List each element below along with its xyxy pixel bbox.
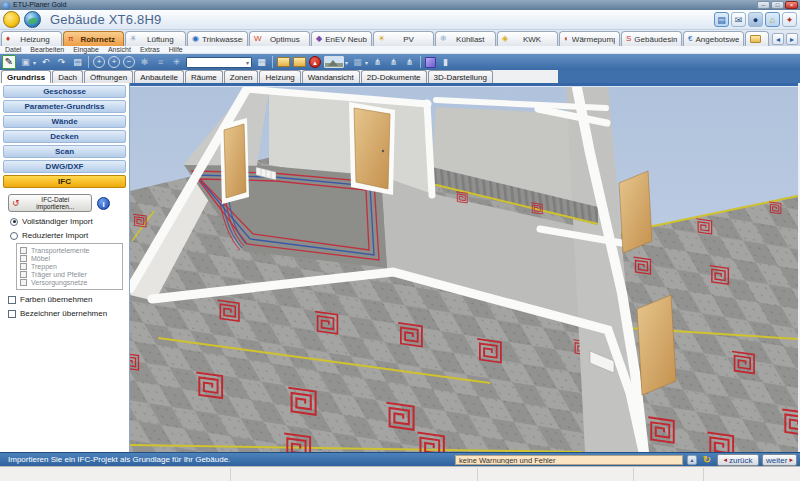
checkbox[interactable] [8,310,16,318]
module-tab-gebaeudesimulation[interactable]: SGebäudesimulation [621,31,682,46]
module-tab-kwk[interactable]: ◈KWK [497,31,558,46]
module-tab-angebotswesen[interactable]: €Angebotswesen [683,31,744,46]
spray-tool-button[interactable]: ▮ [439,56,452,69]
tab-anbauteile[interactable]: Anbauteile [134,70,184,83]
tab-dach[interactable]: Dach [52,70,83,83]
web-icon[interactable]: ● [748,12,763,27]
module-tab-heizung[interactable]: ♦Heizung [1,31,62,46]
menu-eingabe[interactable]: Eingabe [73,46,99,54]
tab-scroll-left-button[interactable]: ◂ [772,33,784,45]
cube-3d-button[interactable] [425,57,436,68]
collapse-button[interactable]: ▴ [687,455,697,465]
trinkwasser-icon: ◉ [192,35,199,43]
module-tab-more[interactable] [745,31,769,46]
checkbox-farben-uebernehmen[interactable]: Farben übernehmen [8,295,129,304]
checkbox-bezeichner-uebernehmen[interactable]: Bezeichner übernehmen [8,309,129,318]
sidebar-item-dwg-dxf[interactable]: DWG/DXF [3,160,126,173]
radio-button-off[interactable] [10,232,18,240]
back-button[interactable]: ◂ zurück [717,454,759,466]
projects-icon[interactable]: ▤ [714,12,729,27]
ifc-import-button[interactable]: ↺ IFC-Datei importieren... [8,194,92,212]
radio-reduzierter-import[interactable]: Reduzierter Import [10,231,129,240]
home-icon[interactable]: ⌂ [765,12,780,27]
module-tab-rohrnetz[interactable]: πRohrnetz [63,31,124,46]
draw-pencil-tool[interactable]: ✎ [2,55,16,69]
tab-oeffnungen[interactable]: Öffnungen [84,70,133,83]
main-content: Geschosse Parameter-Grundriss Wände Deck… [0,83,800,452]
table-grid-button[interactable]: ▦ [255,56,268,69]
checkbox-moebel: Möbel [20,255,119,262]
menu-bearbeiten[interactable]: Bearbeiten [30,46,64,54]
tab-raeume[interactable]: Räume [185,70,223,83]
sidebar-item-decken[interactable]: Decken [3,130,126,143]
viewport-3d[interactable] [130,83,798,452]
radio-button-on[interactable] [10,218,18,226]
tools-dropdown-icon[interactable]: ▾ [365,59,368,66]
pipe-tool-3[interactable]: ⋔ [403,56,416,69]
tools-icon[interactable]: ✦ [782,12,797,27]
module-tab-lueftung[interactable]: ✳Lüftung [125,31,186,46]
menu-ansicht[interactable]: Ansicht [108,46,131,54]
layers-icon[interactable]: ≡ [154,56,167,69]
toolbar-combobox[interactable]: ▾ [186,57,252,68]
zoom-region-button[interactable]: + [93,56,105,68]
pipe-tool-2[interactable]: ⋔ [387,56,400,69]
tab-heizung[interactable]: Heizung [259,70,300,83]
sidebar-item-parameter-grundriss[interactable]: Parameter-Grundriss [3,100,126,113]
door-leaf [354,108,390,189]
menu-datei[interactable]: Datei [5,46,21,54]
open-folder-button[interactable] [277,57,290,67]
sidebar-item-scan[interactable]: Scan [3,145,126,158]
zoom-out-button[interactable]: − [123,56,135,68]
waermepumpe-icon: ◐ [564,35,569,43]
maximize-button[interactable]: □ [771,1,784,9]
refresh-icon[interactable]: ↻ [701,454,713,466]
etu-planer-window: ETU-Planer Gold – □ × Gebäude XT6.8H9 ▤ … [0,0,800,481]
status-bar: Importieren Sie ein IFC-Projekt als Grun… [0,452,800,466]
tab-wandansicht[interactable]: Wandansicht [302,70,360,83]
radio-vollstaendiger-import[interactable]: Vollständiger Import [10,217,129,226]
tab-grundriss[interactable]: Grundriss [1,70,51,83]
pv-icon: ☀ [378,35,385,43]
door-leaf [637,295,676,395]
module-tab-waermepumpe[interactable]: ◐Wärmepumpe [559,31,620,46]
undo-button[interactable]: ↶ [39,56,52,69]
copy-button[interactable]: ▤ [71,56,84,69]
settings-gear-icon[interactable]: ✱ [138,56,151,69]
module-tab-optimus[interactable]: WOptimus [249,31,310,46]
record-warning-button[interactable]: ▲ [309,56,321,68]
module-tab-enev-neubau[interactable]: ◆EnEV Neubau [311,31,372,46]
mail-icon[interactable]: ✉ [731,12,746,27]
sidebar-item-ifc[interactable]: IFC [3,175,126,188]
redo-button[interactable]: ↷ [55,56,68,69]
shapes-dropdown-icon[interactable]: ▾ [33,59,36,66]
pipe-tool-1[interactable]: ⋔ [371,56,384,69]
import-arrow-icon: ↺ [12,199,20,208]
tools-grid-button[interactable]: ▦ [351,56,364,69]
zoom-in-button[interactable]: + [108,56,120,68]
close-button[interactable]: × [785,1,798,9]
effects-star-icon[interactable]: ✳ [170,56,183,69]
background-image-button[interactable] [324,56,344,68]
next-button[interactable]: weiter ▸ [762,454,797,466]
checkbox[interactable] [8,296,16,304]
checkbox [20,271,27,278]
shapes-tool[interactable]: ▣ [19,56,32,69]
warnings-field[interactable]: keine Warnungen und Fehler [455,455,683,465]
sidebar-item-geschosse[interactable]: Geschosse [3,85,126,98]
tab-zonen[interactable]: Zonen [224,70,259,83]
rohrnetz-icon: π [68,35,74,43]
module-tab-kuehllast[interactable]: ❄Kühllast [435,31,496,46]
open-project-folder-button[interactable] [293,57,306,67]
menu-extras[interactable]: Extras [140,46,160,54]
sidebar-item-waende[interactable]: Wände [3,115,126,128]
module-tab-pv[interactable]: ☀PV [373,31,434,46]
menu-hilfe[interactable]: Hilfe [169,46,183,54]
image-dropdown-icon[interactable]: ▾ [345,59,348,66]
tab-3d-darstellung[interactable]: 3D-Darstellung [428,70,493,83]
module-tab-trinkwasser[interactable]: ◉Trinkwasser [187,31,248,46]
minimize-button[interactable]: – [757,1,770,9]
tab-scroll-right-button[interactable]: ▸ [786,33,798,45]
tab-2d-dokumente[interactable]: 2D-Dokumente [361,70,427,83]
ifc-info-button[interactable]: i [97,197,110,210]
